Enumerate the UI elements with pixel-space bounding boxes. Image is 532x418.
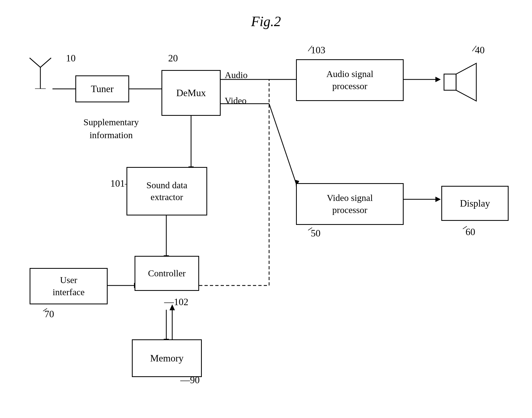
supplementary-info-label: Supplementaryinformation (83, 116, 139, 141)
speaker-icon (441, 59, 484, 102)
svg-line-33 (308, 228, 312, 230)
user-interface-box: Userinterface (30, 268, 108, 304)
sound-data-extractor-box: Sound dataextractor (126, 167, 207, 215)
audio-signal-processor-box: Audio signalprocessor (296, 59, 404, 101)
svg-rect-35 (444, 74, 456, 90)
ref-20: 20 (168, 53, 178, 64)
svg-line-34 (463, 226, 467, 229)
svg-line-37 (472, 46, 476, 51)
figure-title: Fig.2 (251, 13, 281, 29)
svg-line-27 (40, 58, 51, 67)
svg-marker-10 (435, 77, 441, 82)
ref-90: —90 (180, 374, 200, 386)
display-box: Display (441, 186, 509, 221)
svg-line-26 (30, 58, 40, 67)
svg-line-31 (43, 308, 47, 311)
video-signal-processor-box: Video signalprocessor (296, 183, 404, 225)
demux-box: DeMux (161, 70, 221, 116)
ref-40-line (471, 44, 479, 53)
ref-103-line (307, 44, 315, 53)
svg-marker-36 (456, 63, 476, 101)
antenna-icon (27, 54, 54, 89)
tuner-box: Tuner (75, 75, 129, 102)
ref-50-line (307, 226, 315, 232)
ref-60-line (461, 225, 470, 230)
ref-70-line (42, 307, 50, 312)
video-label: Video (225, 96, 246, 106)
audio-label: Audio (225, 70, 248, 80)
svg-line-7 (269, 104, 296, 183)
ref-10: 10 (66, 53, 76, 64)
svg-marker-12 (435, 197, 441, 202)
svg-line-32 (308, 46, 312, 51)
controller-box: Controller (135, 256, 199, 291)
ref-102: —102 (164, 296, 188, 308)
diagram: Fig.2 (0, 0, 532, 418)
memory-box: Memory (132, 339, 202, 377)
